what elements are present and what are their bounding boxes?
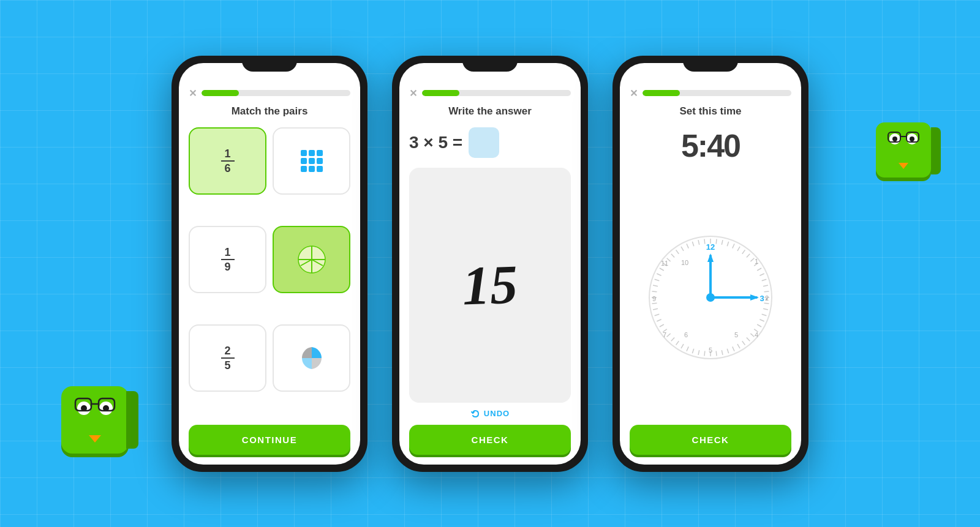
- svg-rect-0: [75, 398, 91, 411]
- svg-text:•: •: [766, 295, 768, 302]
- screen-content-1: Match the pairs 1 6: [179, 105, 360, 465]
- svg-line-45: [704, 351, 705, 356]
- svg-text:4: 4: [755, 331, 758, 338]
- svg-text:10: 10: [681, 259, 688, 266]
- pair-card-fraction-1-9[interactable]: 1 9: [189, 226, 266, 293]
- progress-fill-3: [643, 90, 680, 96]
- close-button-2[interactable]: ✕: [409, 88, 417, 99]
- pair-card-fraction-1-6[interactable]: 1 6: [189, 127, 266, 195]
- fraction-1-9: 1 9: [221, 247, 235, 272]
- progress-fill-1: [202, 90, 239, 96]
- progress-fill-2: [422, 90, 459, 96]
- check-button-2[interactable]: CHECK: [409, 425, 571, 455]
- drawing-canvas[interactable]: 15: [409, 168, 571, 403]
- svg-line-30: [764, 303, 769, 304]
- phone-match-pairs: ✕ Match the pairs 1 6: [172, 56, 368, 472]
- svg-text:9: 9: [652, 295, 656, 302]
- svg-text:12: 12: [706, 242, 715, 252]
- svg-line-43: [716, 351, 717, 356]
- phone-notch-3: [683, 56, 738, 72]
- fraction-1-6: 1 6: [221, 148, 235, 174]
- svg-text:3: 3: [760, 294, 764, 303]
- svg-rect-3: [888, 132, 900, 142]
- svg-text:5: 5: [709, 346, 712, 354]
- svg-text:7: 7: [663, 331, 666, 338]
- phone-notch-1: [242, 56, 297, 72]
- time-display: 5:40: [630, 127, 791, 164]
- phone-set-time: ✕ Set this time 5:40: [612, 56, 809, 472]
- svg-text:1: 1: [755, 258, 758, 265]
- progress-bar-3: [643, 90, 791, 96]
- pair-card-fraction-2-5[interactable]: 2 5: [189, 324, 266, 392]
- screen-title-3: Set this time: [630, 105, 791, 118]
- answer-input-box[interactable]: [469, 127, 499, 158]
- progress-bar-1: [202, 90, 350, 96]
- equation-text: 3 × 5 =: [409, 133, 462, 152]
- phone-screen-2: ✕ Write the answer 3 × 5 = 15 UNDO C: [399, 63, 581, 465]
- continue-button[interactable]: CONTINUE: [189, 425, 350, 455]
- kite-shape-icon: [296, 342, 328, 374]
- screen-content-2: Write the answer 3 × 5 = 15 UNDO CHECK: [399, 105, 581, 465]
- svg-line-60: [652, 291, 657, 291]
- svg-text:6: 6: [684, 331, 688, 338]
- grid-dots-icon: [301, 150, 323, 172]
- duolingo-mascot-right: [876, 122, 931, 178]
- screen-title-2: Write the answer: [409, 105, 571, 118]
- duolingo-mascot-left: [61, 386, 129, 454]
- close-button-1[interactable]: ✕: [189, 88, 197, 99]
- svg-line-28: [764, 291, 769, 291]
- svg-line-15: [716, 239, 717, 244]
- svg-point-89: [706, 293, 715, 302]
- phone-screen-1: ✕ Match the pairs 1 6: [179, 63, 360, 465]
- close-button-3[interactable]: ✕: [630, 88, 638, 99]
- fraction-2-5: 2 5: [221, 345, 235, 371]
- clock-face[interactable]: 12 1 2 3 • 4 5 7 9 11 6 5 10: [643, 230, 778, 365]
- drawn-number: 15: [461, 252, 519, 317]
- pair-card-kite[interactable]: [273, 324, 350, 392]
- pairs-grid: 1 6: [189, 127, 350, 417]
- pair-card-pie[interactable]: [273, 226, 350, 293]
- pie-chart-icon: [296, 244, 328, 275]
- progress-bar-2: [422, 90, 571, 96]
- screen-title-1: Match the pairs: [189, 105, 350, 118]
- clock-container: 12 1 2 3 • 4 5 7 9 11 6 5 10: [630, 170, 791, 425]
- equation-area: 3 × 5 =: [409, 127, 571, 158]
- phone-screen-3: ✕ Set this time 5:40: [620, 63, 801, 465]
- svg-rect-4: [907, 132, 919, 142]
- svg-rect-1: [99, 398, 115, 411]
- svg-line-73: [704, 239, 705, 244]
- undo-icon: [470, 409, 480, 419]
- phone-notch-2: [462, 56, 518, 72]
- svg-text:5: 5: [734, 331, 738, 338]
- screen-content-3: Set this time 5:40: [620, 105, 801, 465]
- pair-card-grid[interactable]: [273, 127, 350, 195]
- undo-label: UNDO: [484, 409, 510, 418]
- undo-button[interactable]: UNDO: [409, 403, 571, 425]
- check-button-3[interactable]: CHECK: [630, 425, 791, 455]
- svg-text:11: 11: [661, 260, 668, 267]
- svg-line-58: [652, 303, 657, 304]
- phone-write-answer: ✕ Write the answer 3 × 5 = 15 UNDO C: [392, 56, 588, 472]
